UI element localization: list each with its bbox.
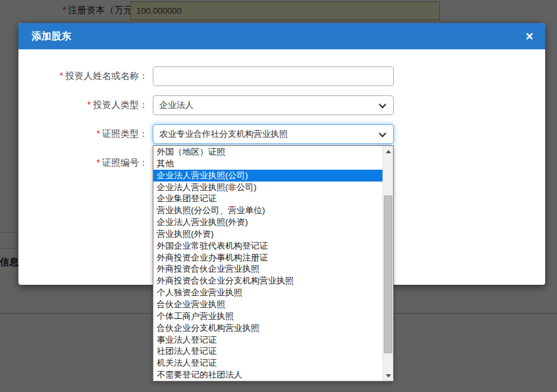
dropdown-option[interactable]: 营业执照(外资) (153, 228, 383, 240)
required-asterisk: * (88, 99, 91, 110)
license-type-dropdown: 外国（地区）证照其他企业法人营业执照(公司)企业法人营业执照(非公司)企业集团登… (153, 145, 394, 381)
investor-name-input[interactable] (153, 66, 394, 86)
form-row-investor-type: *投资人类型： 企业法人 (18, 95, 545, 115)
chevron-down-icon (379, 101, 386, 108)
license-number-label-text: 证照编号： (102, 157, 148, 168)
scroll-down-arrow-icon[interactable] (383, 370, 393, 381)
chevron-down-icon (379, 130, 386, 137)
scroll-up-arrow-icon[interactable] (383, 146, 393, 157)
dropdown-option[interactable]: 事业法人登记证 (153, 334, 383, 346)
modal-header: 添加股东 × (18, 23, 545, 49)
scrollbar-track[interactable] (383, 157, 393, 370)
investor-name-label: *投资人姓名或名称： (18, 70, 148, 82)
license-type-select[interactable]: 农业专业合作社分支机构营业执照 (153, 124, 394, 144)
investor-type-select[interactable]: 企业法人 (153, 95, 394, 115)
dropdown-option[interactable]: 个人独资企业营业执照 (153, 287, 383, 299)
required-asterisk: * (97, 128, 100, 139)
dropdown-option[interactable]: 企业法人营业执照(公司) (153, 170, 383, 182)
dropdown-option[interactable]: 个体工商户营业执照 (153, 310, 383, 322)
form-row-investor-name: *投资人姓名或名称： (18, 66, 545, 86)
investor-type-label: *投资人类型： (18, 99, 148, 111)
dropdown-option-list: 外国（地区）证照其他企业法人营业执照(公司)企业法人营业执照(非公司)企业集团登… (153, 146, 383, 381)
license-number-label: *证照编号： (18, 157, 148, 169)
license-type-label: *证照类型： (18, 128, 148, 140)
dropdown-option[interactable]: 外国企业常驻代表机构登记证 (153, 240, 383, 252)
dropdown-scrollbar[interactable] (383, 146, 393, 381)
dropdown-option[interactable]: 外国（地区）证照 (153, 146, 383, 158)
dropdown-option[interactable]: 其他 (153, 158, 383, 170)
page: *注册资本（万元）： 100.000000 信息 添加股东 × *投资人姓名或名… (0, 0, 557, 392)
modal-title: 添加股东 (32, 30, 71, 43)
dropdown-option[interactable]: 外商投资企业办事机构注册证 (153, 252, 383, 264)
close-icon[interactable]: × (525, 30, 533, 43)
dropdown-option[interactable]: 企业法人营业执照(外资) (153, 216, 383, 228)
dropdown-option[interactable]: 外商投资合伙企业营业执照 (153, 263, 383, 275)
dropdown-option[interactable]: 合伙企业营业执照 (153, 299, 383, 310)
dropdown-option[interactable]: 机关法人登记证 (153, 357, 383, 369)
investor-type-selected-value: 企业法人 (159, 100, 194, 110)
investor-name-label-text: 投资人姓名或名称： (65, 70, 148, 81)
dropdown-option[interactable]: 合伙企业分支机构营业执照 (153, 322, 383, 334)
scrollbar-thumb[interactable] (384, 195, 392, 353)
license-type-label-text: 证照类型： (102, 128, 148, 139)
dropdown-option[interactable]: 企业集团登记证 (153, 193, 383, 205)
dropdown-option[interactable]: 外商投资合伙企业分支机构营业执照 (153, 275, 383, 287)
investor-type-label-text: 投资人类型： (93, 99, 148, 110)
dropdown-option[interactable]: 社团法人登记证 (153, 345, 383, 357)
dropdown-option[interactable]: 营业执照(分公司、营业单位) (153, 205, 383, 216)
form-row-license-type: *证照类型： 农业专业合作社分支机构营业执照 (18, 124, 545, 144)
dropdown-option[interactable]: 企业法人营业执照(非公司) (153, 182, 383, 193)
required-asterisk: * (60, 70, 63, 81)
required-asterisk: * (97, 157, 100, 168)
dropdown-option[interactable]: 不需要登记的社团法人 (153, 369, 383, 381)
license-type-selected-value: 农业专业合作社分支机构营业执照 (159, 129, 288, 139)
